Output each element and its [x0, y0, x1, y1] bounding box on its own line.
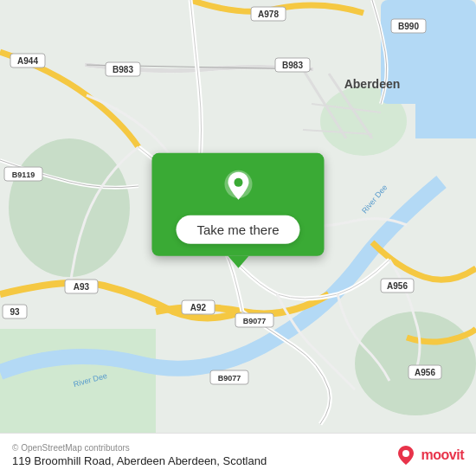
svg-text:A92: A92: [190, 303, 207, 312]
address-text: 119 Broomhill Road, Aberdeen Aberdeen, S…: [12, 454, 267, 467]
take-me-there-button[interactable]: Take me there: [176, 215, 299, 244]
moovit-text: moovit: [421, 447, 464, 463]
svg-point-42: [234, 178, 242, 187]
svg-text:B9077: B9077: [218, 374, 241, 383]
svg-text:A93: A93: [74, 282, 90, 292]
footer-left: © OpenStreetMap contributors 119 Broomhi…: [12, 443, 267, 467]
svg-text:A956: A956: [387, 281, 408, 291]
map-container: A978 B990 A944 B983 B983 B9119 Aberdeen …: [0, 0, 476, 433]
osm-attribution: © OpenStreetMap contributors: [12, 443, 267, 453]
svg-text:A978: A978: [258, 10, 279, 19]
popup-overlay: Take me there: [151, 153, 324, 268]
svg-text:B983: B983: [282, 61, 303, 70]
location-pin-icon: [219, 169, 257, 207]
svg-text:93: 93: [10, 307, 20, 317]
popup-tail: [228, 256, 248, 268]
svg-point-1: [9, 138, 130, 277]
svg-point-43: [402, 450, 409, 457]
svg-text:B9119: B9119: [12, 170, 35, 179]
svg-text:B983: B983: [113, 65, 133, 74]
svg-text:B990: B990: [398, 22, 419, 31]
svg-text:A956: A956: [415, 368, 435, 377]
popup-box: Take me there: [151, 153, 324, 256]
moovit-icon: [395, 444, 417, 466]
moovit-logo: moovit: [395, 444, 464, 466]
svg-point-4: [355, 312, 476, 415]
footer-bar: © OpenStreetMap contributors 119 Broomhi…: [0, 433, 476, 476]
svg-rect-6: [415, 69, 476, 138]
svg-text:Aberdeen: Aberdeen: [344, 77, 401, 91]
svg-text:B9077: B9077: [243, 317, 267, 325]
svg-text:A944: A944: [17, 56, 38, 66]
